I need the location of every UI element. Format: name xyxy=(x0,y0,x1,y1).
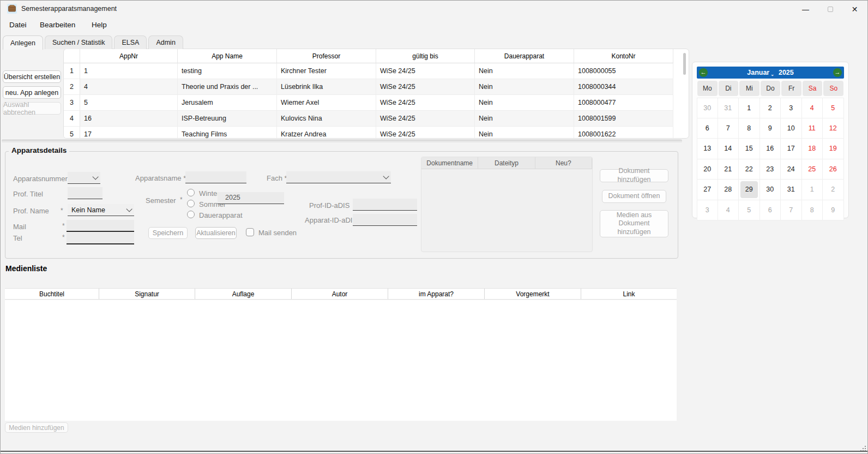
dokument-hinzufuegen-button[interactable]: Dokument hinzufügen xyxy=(600,169,668,182)
calendar-day[interactable]: 23 xyxy=(760,159,781,180)
calendar-day[interactable]: 13 xyxy=(697,139,718,159)
calendar-day-selected[interactable]: 29 xyxy=(739,180,760,200)
calendar-day[interactable]: 1 xyxy=(739,98,760,118)
calendar-day[interactable]: 4 xyxy=(718,200,739,221)
winter-radio[interactable] xyxy=(187,189,195,196)
medien-column-auflage[interactable]: Auflage xyxy=(195,289,292,299)
calendar-day[interactable]: 20 xyxy=(697,159,718,180)
calendar-day[interactable]: 4 xyxy=(802,98,823,118)
tab-elsa[interactable]: ELSA xyxy=(114,35,147,49)
calendar-day[interactable]: 19 xyxy=(823,139,844,159)
mail-input[interactable] xyxy=(67,220,134,232)
tab-anlegen[interactable]: Anlegen xyxy=(3,35,43,50)
sidebar-button-übersicht-erstellen[interactable]: Übersicht erstellen xyxy=(3,70,61,83)
calendar-day[interactable]: 9 xyxy=(760,118,781,139)
aktualisieren-button[interactable]: Aktualisieren xyxy=(195,227,237,239)
mail-senden-checkbox[interactable] xyxy=(246,228,254,236)
column-header-app-name[interactable]: App Name xyxy=(178,49,277,63)
medien-column-signatur[interactable]: Signatur xyxy=(99,289,195,299)
calendar-day[interactable]: 3 xyxy=(781,98,802,118)
vertical-scrollbar[interactable] xyxy=(683,52,686,135)
menu-item-help[interactable]: Help xyxy=(92,21,107,29)
calendar-day[interactable]: 3 xyxy=(697,200,718,221)
close-button[interactable]: ✕ xyxy=(842,1,867,17)
calendar-day[interactable]: 25 xyxy=(802,159,823,180)
calendar-day[interactable]: 21 xyxy=(718,159,739,180)
medien-column-buchtitel[interactable]: Buchtitel xyxy=(5,289,99,299)
calendar-day[interactable]: 6 xyxy=(760,200,781,221)
scrollbar-thumb[interactable] xyxy=(683,53,686,75)
calendar-day[interactable]: 7 xyxy=(781,200,802,221)
calendar-day[interactable]: 16 xyxy=(760,139,781,159)
prof-id-adis-input[interactable] xyxy=(353,199,417,211)
apparat-id-adis-input[interactable] xyxy=(353,214,417,226)
sommer-radio[interactable] xyxy=(187,200,195,207)
calendar-day[interactable]: 10 xyxy=(781,118,802,139)
medien-hinzufuegen-button[interactable]: Medien hinzufügen xyxy=(5,422,68,433)
medien-column-autor[interactable]: Autor xyxy=(292,289,388,299)
sidebar-button-neu-app-anlegen[interactable]: neu. App anlegen xyxy=(3,86,61,99)
semester-year-input[interactable]: 2025 xyxy=(218,192,284,204)
calendar-day[interactable]: 24 xyxy=(781,159,802,180)
column-header-appnr[interactable]: AppNr xyxy=(80,49,178,63)
medien-column-link[interactable]: Link xyxy=(581,289,677,299)
apparatsnummer-combobox[interactable] xyxy=(68,172,100,184)
minimize-button[interactable]: — xyxy=(793,1,818,17)
calendar-day[interactable]: 7 xyxy=(718,118,739,139)
sidebar-button-auswahl-abbrechen[interactable]: Auswahl abbrechen xyxy=(3,102,61,115)
tab-suchen-statistik[interactable]: Suchen / Statistik xyxy=(45,35,113,49)
maximize-button[interactable] xyxy=(818,1,842,17)
calendar-day[interactable]: 31 xyxy=(718,98,739,118)
calendar-day[interactable]: 5 xyxy=(823,98,844,118)
medien-column-im-apparat?[interactable]: im Apparat? xyxy=(388,289,485,299)
speichern-button[interactable]: Speichern xyxy=(148,227,188,239)
menu-item-bearbeiten[interactable]: Bearbeiten xyxy=(40,21,75,29)
calendar-day[interactable]: 6 xyxy=(697,118,718,139)
fach-combobox[interactable] xyxy=(286,171,391,183)
calendar-day[interactable]: 9 xyxy=(823,200,844,221)
calendar-day[interactable]: 22 xyxy=(739,159,760,180)
table-row[interactable]: 24Theorie und Praxis der ...Lüsebrink Il… xyxy=(64,79,689,95)
dauerapparat-radio[interactable] xyxy=(187,211,195,218)
calendar-day[interactable]: 2 xyxy=(760,98,781,118)
prof-titel-input[interactable] xyxy=(68,187,103,199)
doc-column-dokumentname: Dokumentname xyxy=(421,157,478,169)
calendar-day[interactable]: 30 xyxy=(697,98,718,118)
calendar-day[interactable]: 26 xyxy=(823,159,844,180)
tab-admin[interactable]: Admin xyxy=(148,35,183,49)
calendar-day[interactable]: 28 xyxy=(718,180,739,200)
tel-input[interactable] xyxy=(67,232,134,244)
apparatsname-input[interactable] xyxy=(185,171,246,183)
calendar-day[interactable]: 18 xyxy=(802,139,823,159)
calendar-day[interactable]: 15 xyxy=(739,139,760,159)
column-header-professor[interactable]: Professor xyxy=(277,49,376,63)
calendar-day[interactable]: 8 xyxy=(802,200,823,221)
dokument-oeffnen-button[interactable]: Dokument öffnen xyxy=(602,190,666,203)
table-row[interactable]: 35JerusalemWiemer AxelWiSe 24/25Nein1008… xyxy=(64,95,689,111)
calendar-day[interactable]: 8 xyxy=(739,118,760,139)
calendar-day[interactable]: 1 xyxy=(802,180,823,200)
calendar-next-icon[interactable]: → xyxy=(833,68,842,77)
prof-name-combobox[interactable]: Kein Name xyxy=(68,204,134,216)
calendar-day[interactable]: 11 xyxy=(802,118,823,139)
column-header-kontonr[interactable]: KontoNr xyxy=(574,49,673,63)
calendar-day[interactable]: 2 xyxy=(823,180,844,200)
table-row[interactable]: 416ISP-BetreuungKulovics NinaWiSe 24/25N… xyxy=(64,111,689,127)
column-header-g-ltig-bis[interactable]: gültig bis xyxy=(376,49,475,63)
calendar-day[interactable]: 27 xyxy=(697,180,718,200)
calendar-month-year[interactable]: Januar⌄ 2025 xyxy=(747,69,794,76)
calendar-prev-icon[interactable]: ← xyxy=(699,68,708,77)
menu-item-datei[interactable]: Datei xyxy=(9,21,27,29)
calendar-day[interactable]: 5 xyxy=(739,200,760,221)
medien-aus-dokument-button[interactable]: Medien aus Dokument hinzufügen xyxy=(600,210,668,237)
horizontal-scrollbar[interactable] xyxy=(2,140,682,142)
medien-column-vorgemerkt[interactable]: Vorgemerkt xyxy=(485,289,581,299)
table-row[interactable]: 517Teaching FilmsKratzer AndreaWiSe 24/2… xyxy=(64,127,689,139)
column-header-dauerapparat[interactable]: Dauerapparat xyxy=(475,49,574,63)
calendar-day[interactable]: 14 xyxy=(718,139,739,159)
calendar-day[interactable]: 17 xyxy=(781,139,802,159)
calendar-day[interactable]: 12 xyxy=(823,118,844,139)
calendar-day[interactable]: 31 xyxy=(781,180,802,200)
table-row[interactable]: 11testingKirchner TesterWiSe 24/25Nein10… xyxy=(64,63,689,79)
calendar-day[interactable]: 30 xyxy=(760,180,781,200)
